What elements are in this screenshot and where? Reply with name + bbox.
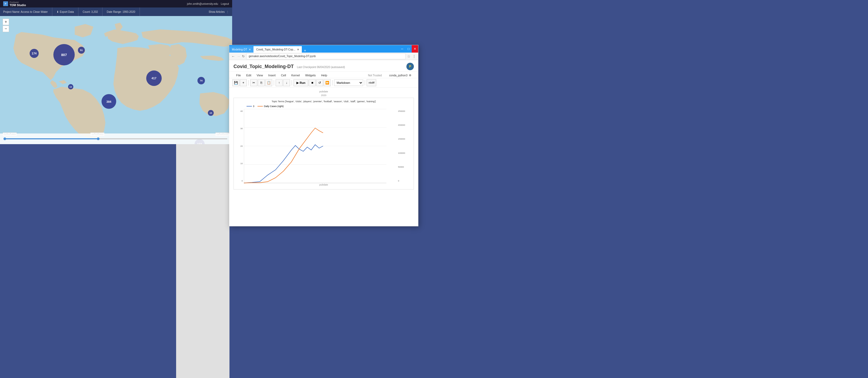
pubdate-bottom-label: pubdate [236,183,411,186]
chart-container: Topic Terms ['league', 'clubs', 'players… [234,98,414,190]
bubble-central-africa[interactable]: 15 [208,110,214,116]
map-toolbar: Project Name: Access to Clean Water ⬇ Ex… [0,7,232,16]
bubble-east-africa[interactable]: 74 [197,77,205,84]
show-articles-icon: ⋮ [226,10,229,13]
save-tool-button[interactable]: 💾 [232,79,239,86]
move-up-button[interactable]: ↑ [276,79,283,86]
y-right-150000: 150000 [398,138,405,140]
chart-wrapper: 40 30 20 10 0 [236,109,411,183]
notebook-menubar: File Edit View Insert Cell Kernel Widget… [229,71,418,78]
jupyter-tabs: Modeling-DT ✕ Covid_Topic_Modeling-DT-Co… [229,45,308,53]
zoom-in-button[interactable]: + [3,19,9,25]
bubble-s-america-value: 384 [106,100,111,103]
notebook-cell-area: pubdate 2020 Topic Terms ['league', 'clu… [229,88,418,226]
cell-type-select[interactable]: Markdown Code Raw NBConvert [334,80,363,86]
forward-button[interactable]: → [237,54,240,58]
background-left [0,144,176,378]
legend-label-1: 3 [253,105,254,108]
background-right [408,0,868,378]
back-button[interactable]: ← [231,54,235,58]
menu-edit[interactable]: Edit [244,72,254,78]
tdm-studio-app: P ProQuest TDM Studio john.smith@univers… [0,0,232,144]
jupyter-tab-covid[interactable]: Covid_Topic_Modeling-DT-Cop... ✕ [253,46,302,53]
window-minimize-button[interactable]: ─ [399,45,405,53]
menu-insert[interactable]: Insert [266,72,278,78]
url-input[interactable] [246,53,406,59]
bookmark-icon[interactable]: ☆ [407,54,411,58]
app-brand-name: ProQuest TDM Studio [10,1,26,7]
timeline-track[interactable] [5,138,227,139]
y-right-100000: 100000 [398,152,405,154]
run-label: Run [300,81,305,84]
bubble-usa[interactable]: 807 [53,44,75,65]
timeline-thumb-left[interactable] [3,138,6,140]
jupyter-title-bar: Modeling-DT ✕ Covid_Topic_Modeling-DT-Co… [229,45,418,53]
date-range-display: Date Range: 1993-2020 [102,7,140,16]
date-range-text: Date Range: 1993-2020 [107,10,135,13]
tab-covid-close[interactable]: ✕ [297,48,299,51]
stop-button[interactable]: ■ [309,79,316,86]
restart-run-button[interactable]: ⏩ [324,79,331,86]
add-cell-button[interactable]: + [240,79,247,86]
menu-file[interactable]: File [234,72,244,78]
map-container: + − 807 174 51 384 13 417 74 15 158 [0,16,232,144]
tab-modeling-close[interactable]: ✕ [249,48,251,51]
checkpoint-date: 06/04/2020 [317,66,330,68]
kernel-name: conda_python3 [389,74,407,77]
y-right-0: 0 [398,180,399,182]
bubble-s-america-large[interactable]: 384 [102,94,116,109]
bubble-northeast-value: 51 [80,49,83,52]
tab-add-button[interactable]: + [302,48,308,53]
paste-button[interactable]: 📋 [265,79,272,86]
jupyter-content: Covid_Topic_Modeling-DT Last Checkpoint … [229,60,418,226]
export-data-btn[interactable]: ⬇ Export Data [52,7,79,16]
y-right-50000: 50000 [398,166,404,168]
notebook-title-row: Covid_Topic_Modeling-DT Last Checkpoint … [234,63,414,70]
settings-icon[interactable]: ⋮ [412,54,416,58]
notebook-checkpoint: Last Checkpoint 06/04/2020 (autosaved) [297,66,345,68]
chart-title: Topic Terms ['league', 'clubs', 'players… [236,100,411,103]
bubble-canada-value: 174 [32,52,36,55]
menu-kernel[interactable]: Kernel [289,72,303,78]
bubble-northeast[interactable]: 51 [78,47,85,54]
count-text: Count: 3,202 [83,10,98,13]
y-left-40: 40 [240,110,243,112]
menu-cell[interactable]: Cell [278,72,289,78]
window-maximize-button[interactable]: □ [405,45,412,53]
nbdiff-button[interactable]: nbdiff [367,79,376,86]
bubble-s-america-small-value: 13 [70,86,72,88]
legend-line-2 [257,106,263,107]
run-button[interactable]: ▶ Run [293,79,308,86]
toolbar-separator-4 [332,80,333,85]
menu-widgets[interactable]: Widgets [303,72,319,78]
toolbar-separator-2 [274,80,274,85]
legend-item-1: 3 [247,105,254,108]
project-name-text: Project Name: Access to Clean Water [3,10,48,13]
count-display: Count: 3,202 [79,7,102,16]
y-axis-left: 40 30 20 10 0 [236,109,244,183]
refresh-button[interactable]: ↻ [242,55,245,58]
app-title: TDM Studio [10,3,26,7]
copy-button[interactable]: ⎘ [258,79,265,86]
kernel-info: conda_python3 [386,73,414,78]
window-close-button[interactable]: ✕ [412,45,418,53]
bubble-canada[interactable]: 174 [30,49,39,58]
chart-legend: 3 Daily Cases (right) [236,104,411,109]
nb-right-header: Not Trusted conda_python3 [365,73,414,78]
bubble-s-america-small[interactable]: 13 [68,84,73,89]
cut-button[interactable]: ✂ [250,79,257,86]
zoom-out-button[interactable]: − [3,26,9,32]
show-articles-btn[interactable]: Show Articles ⋮ [209,10,229,13]
autosaved-label: (autosaved) [331,66,345,68]
restart-button[interactable]: ↺ [316,79,323,86]
timeline-thumb-right[interactable] [97,138,99,140]
logout-button[interactable]: Logout [221,2,229,5]
python-logo: P [406,63,414,70]
menu-help[interactable]: Help [318,72,330,78]
move-down-button[interactable]: ↓ [283,79,290,86]
bubble-west-africa[interactable]: 417 [146,70,162,86]
user-email: john.smith@university.edu [187,2,218,5]
legend-line-1 [247,106,252,107]
jupyter-tab-modeling[interactable]: Modeling-DT ✕ [229,46,253,53]
menu-view[interactable]: View [254,72,266,78]
